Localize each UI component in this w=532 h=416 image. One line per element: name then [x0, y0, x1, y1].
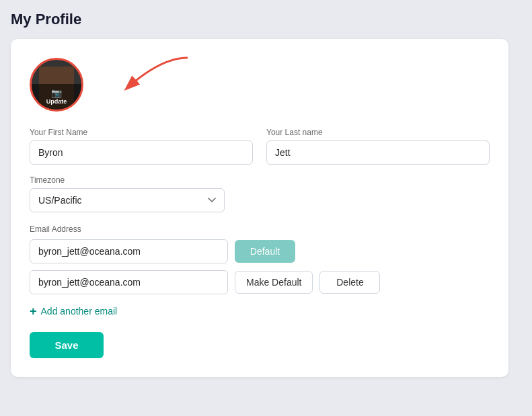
add-email-link[interactable]: + Add another email: [30, 305, 117, 317]
avatar-section: 📷 Update: [30, 58, 490, 112]
make-default-button[interactable]: Make Default: [235, 271, 313, 294]
timezone-select[interactable]: US/Pacific US/Eastern US/Central US/Moun…: [30, 188, 225, 212]
avatar-update-button[interactable]: 📷 Update: [30, 58, 83, 112]
email-row-1: Default: [30, 239, 490, 263]
email-1-input[interactable]: [30, 239, 228, 263]
delete-email-button[interactable]: Delete: [319, 271, 380, 294]
email-section: Email Address Default Make Default Delet…: [30, 224, 490, 294]
profile-card: 📷 Update Your First Name Your La: [11, 39, 508, 377]
timezone-section: Timezone US/Pacific US/Eastern US/Centra…: [30, 175, 490, 212]
name-row: Your First Name Your Last name: [30, 128, 490, 165]
add-email-label: Add another email: [41, 306, 118, 317]
avatar-update-label: Update: [46, 98, 67, 105]
first-name-label: Your First Name: [30, 128, 253, 137]
page-title: My Profile: [11, 11, 521, 28]
first-name-group: Your First Name: [30, 128, 253, 165]
email-2-input[interactable]: [30, 270, 228, 294]
last-name-label: Your Last name: [266, 128, 490, 137]
default-badge-button[interactable]: Default: [235, 240, 295, 263]
email-row-2: Make Default Delete: [30, 270, 490, 294]
arrow-annotation: [73, 51, 194, 114]
avatar-circle: 📷 Update: [30, 58, 83, 112]
plus-icon: +: [30, 305, 37, 317]
camera-icon: 📷: [51, 89, 62, 97]
timezone-label: Timezone: [30, 175, 490, 185]
last-name-input[interactable]: [266, 140, 490, 165]
last-name-group: Your Last name: [266, 128, 490, 165]
first-name-input[interactable]: [30, 140, 253, 165]
avatar-overlay: 📷 Update: [32, 84, 81, 110]
email-label: Email Address: [30, 224, 490, 234]
save-button[interactable]: Save: [30, 332, 104, 358]
